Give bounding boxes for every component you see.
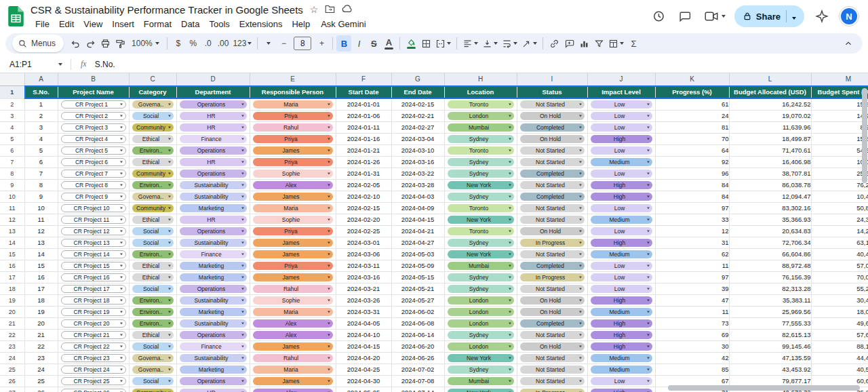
cell[interactable]: High [587, 387, 655, 392]
chevron-down-icon[interactable] [647, 149, 650, 151]
cell[interactable]: 19,070.02 [729, 110, 811, 121]
cell[interactable]: 54,567.36 [811, 144, 868, 156]
cell[interactable]: Ethical [129, 271, 176, 283]
cell[interactable]: 76,156.39 [729, 271, 811, 283]
cell[interactable]: CR Project 7 [58, 168, 129, 179]
row-header-12[interactable]: 12 [0, 214, 24, 225]
cell[interactable]: Sydney [444, 168, 517, 179]
category-dropdown-chip[interactable]: Environ.. [132, 308, 174, 316]
row-header-17[interactable]: 17 [0, 271, 24, 283]
impact-dropdown-chip[interactable]: Low [591, 273, 652, 281]
project-dropdown-chip[interactable]: CR Project 5 [61, 146, 126, 155]
location-dropdown-chip[interactable]: New York [448, 250, 514, 258]
project-dropdown-chip[interactable]: CR Project 7 [61, 170, 126, 178]
location-dropdown-chip[interactable]: New York [448, 389, 514, 392]
row-header-18[interactable]: 18 [0, 283, 24, 294]
impact-dropdown-chip[interactable]: Low [591, 146, 652, 155]
cell[interactable]: 63,164.15 [811, 237, 868, 248]
location-dropdown-chip[interactable]: Toronto [448, 100, 514, 109]
cell[interactable]: Operations [176, 168, 250, 179]
location-dropdown-chip[interactable]: Sydney [448, 273, 514, 281]
cell[interactable]: Medium [587, 306, 655, 317]
cell[interactable]: 2024-05-09 [391, 260, 444, 271]
cell[interactable]: 15,892.43 [811, 98, 868, 110]
avatar[interactable]: N [840, 7, 859, 26]
column-title-cell[interactable]: Category [129, 85, 176, 98]
menu-view[interactable]: View [79, 18, 107, 30]
cell[interactable]: 23 [24, 352, 58, 364]
cell[interactable]: 39 [655, 283, 729, 294]
cell[interactable]: 2024-03-11 [336, 260, 391, 271]
cell[interactable]: CR Project 26 [58, 387, 129, 392]
cell[interactable]: London [444, 317, 517, 329]
cell[interactable]: Mumbai [444, 260, 517, 271]
cell[interactable]: Finance [176, 133, 250, 144]
project-dropdown-chip[interactable]: CR Project 6 [61, 158, 126, 166]
chevron-down-icon[interactable] [241, 380, 244, 382]
number-format-button[interactable]: 123 [231, 35, 254, 52]
cell[interactable]: Priya [250, 260, 336, 271]
chevron-down-icon[interactable] [241, 345, 244, 347]
menu-tools[interactable]: Tools [204, 18, 234, 30]
cell[interactable]: Priya [250, 225, 336, 237]
chevron-down-icon[interactable] [509, 311, 511, 313]
person-dropdown-chip[interactable]: Alex [253, 389, 333, 392]
cell[interactable]: On Hold [517, 340, 587, 352]
cell[interactable]: Not Started [517, 98, 587, 110]
cell[interactable]: CR Project 20 [58, 317, 129, 329]
status-dropdown-chip[interactable]: Not Started [520, 158, 585, 166]
cell[interactable]: 2024-05-05 [336, 387, 391, 392]
status-dropdown-chip[interactable]: Not Started [520, 354, 585, 362]
column-title-cell[interactable]: Progress (%) [655, 85, 729, 98]
status-dropdown-chip[interactable]: Not Started [520, 100, 585, 109]
cell[interactable]: On Hold [517, 110, 587, 121]
cell[interactable]: HR [176, 214, 250, 225]
cell[interactable]: James [250, 271, 336, 283]
chevron-down-icon[interactable] [241, 322, 244, 324]
cell[interactable]: 19 [24, 306, 58, 317]
chevron-down-icon[interactable] [579, 264, 582, 267]
cell[interactable]: 12 [24, 225, 58, 237]
cell[interactable]: 2024-04-05 [336, 317, 391, 329]
impact-dropdown-chip[interactable]: Low [591, 204, 652, 212]
cell[interactable]: CR Project 1 [58, 98, 129, 110]
chevron-down-icon[interactable] [168, 161, 171, 163]
cell[interactable]: CR Project 11 [58, 214, 129, 225]
chevron-down-icon[interactable] [647, 264, 650, 267]
cell[interactable]: Sydney [444, 237, 517, 248]
cell[interactable]: 83,302.16 [729, 202, 811, 214]
department-dropdown-chip[interactable]: Operations [180, 227, 247, 235]
cell[interactable]: 18,499.87 [729, 133, 811, 144]
chevron-down-icon[interactable] [579, 241, 582, 243]
person-dropdown-chip[interactable]: Priya [253, 227, 333, 235]
category-dropdown-chip[interactable]: Environ.. [132, 319, 174, 328]
chevron-down-icon[interactable] [647, 230, 650, 232]
cell[interactable]: Medium [587, 214, 655, 225]
vertical-scrollbar[interactable] [862, 88, 867, 183]
person-dropdown-chip[interactable]: Sophie [253, 296, 333, 305]
department-dropdown-chip[interactable]: Operations [180, 377, 247, 385]
row-header-6[interactable]: 6 [0, 144, 24, 156]
chevron-down-icon[interactable] [509, 184, 511, 186]
department-dropdown-chip[interactable]: Operations [180, 331, 247, 339]
chevron-down-icon[interactable] [168, 241, 171, 243]
department-dropdown-chip[interactable]: Sustainability [180, 319, 247, 328]
person-dropdown-chip[interactable]: Rahul [253, 354, 333, 362]
location-dropdown-chip[interactable]: New York [448, 181, 514, 189]
cell[interactable]: High [587, 179, 655, 191]
cell[interactable]: Operations [176, 225, 250, 237]
chevron-down-icon[interactable] [241, 264, 244, 267]
vertical-align-button[interactable] [480, 35, 500, 52]
cell[interactable]: London [444, 340, 517, 352]
hide-menus-button[interactable] [841, 35, 856, 52]
cell[interactable]: 2 [24, 110, 58, 121]
row-header-15[interactable]: 15 [0, 248, 24, 260]
department-dropdown-chip[interactable]: Sustainability [180, 181, 247, 189]
impact-dropdown-chip[interactable]: Low [591, 227, 652, 235]
cell[interactable]: In Progress [517, 387, 587, 392]
insert-chart-button[interactable] [576, 35, 591, 52]
person-dropdown-chip[interactable]: Alex [253, 331, 333, 339]
location-dropdown-chip[interactable]: London [448, 342, 514, 351]
location-dropdown-chip[interactable]: Sydney [448, 331, 514, 339]
status-dropdown-chip[interactable]: Not Started [520, 331, 585, 339]
